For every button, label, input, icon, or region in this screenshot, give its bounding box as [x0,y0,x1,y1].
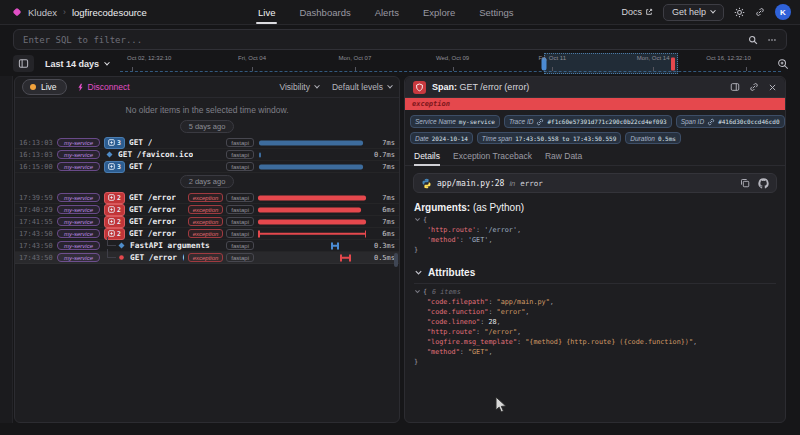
breadcrumb-org[interactable]: Kludex [28,7,57,18]
span-count-badge[interactable]: 3 [104,137,125,149]
docs-link[interactable]: Docs [621,7,653,17]
detail-tab-details[interactable]: Details [414,147,440,165]
span-error-icon [413,81,426,94]
sql-filter-input[interactable] [23,35,739,45]
duration-track [258,149,366,160]
tab-explore[interactable]: Explore [421,0,457,24]
trace-row[interactable]: 17:43:50my-serviceGET /error (error)exce… [15,252,399,264]
timeline-tick [552,67,553,71]
trace-row[interactable]: 17:43:50my-service2GET /errorexceptionfa… [15,228,399,240]
span-count-badge[interactable]: 2 [104,216,125,228]
close-icon[interactable] [768,83,777,92]
timeline[interactable]: Oct 02, 12:32:10Fri, Oct 04Mon, Oct 07We… [120,53,767,74]
trace-row[interactable]: 16:13:03my-service3GET /fastapi7ms [15,137,399,149]
python-icon [421,178,432,189]
meta-span-id[interactable]: Span ID#416d30c0ccd46cd0 [676,115,785,128]
time-range-dropdown[interactable]: Last 14 days [42,59,112,69]
meta-label: Span ID [681,118,705,125]
trace-row[interactable]: 17:41:55my-service2GET /errorexceptionfa… [15,216,399,228]
code-line: } [414,245,776,255]
collapse-chevron-icon[interactable] [414,288,421,295]
meta-label: Time span [482,135,512,142]
sql-filter-bar [13,29,787,50]
row-timestamp: 17:43:50 [19,230,53,238]
row-title: GET / [129,138,152,147]
sidebar-toggle-button[interactable] [13,55,34,72]
expand-icon [108,230,115,237]
tab-live[interactable]: Live [256,0,277,24]
tag-fastapi: fastapi [226,162,254,171]
timeline-tick [453,67,454,71]
row-timestamp: 16:15:00 [19,163,53,171]
visibility-dropdown[interactable]: Visibility [279,82,319,92]
row-timestamp: 17:43:50 [19,254,53,262]
span-count-badge[interactable]: 2 [104,204,125,216]
code-location-card: app/main.py:28 in error [413,173,777,193]
docs-label: Docs [621,7,642,17]
breadcrumb-project[interactable]: logfirecodesource [72,7,147,18]
span-count-badge[interactable]: 3 [104,161,125,173]
duration-bar [340,254,351,261]
duration-bar [259,140,363,145]
row-title: GET /error [129,217,176,226]
trace-panel-header-right: Visibility Default levels [279,82,392,92]
service-badge: my-service [57,217,100,226]
meta-value: 0.5ms [658,135,676,142]
collapse-chevron-icon[interactable] [414,216,421,223]
duration-bar [331,242,339,249]
github-icon[interactable] [758,178,769,189]
code-line: "code.lineno": 28, [414,317,776,327]
logfire-logo-icon [12,7,22,17]
share-link-icon[interactable] [755,7,765,17]
meta-value: 2024-10-14 [432,135,468,142]
meta-row: Service Namemy-serviceTrace ID#f1c60e573… [410,115,780,128]
copy-icon[interactable] [740,178,750,189]
avatar[interactable]: K [775,4,791,20]
timeline-tick [132,67,133,71]
row-duration: 0.7ms [370,151,395,159]
chevron-down-icon [414,268,423,277]
trace-row[interactable]: 17:40:29my-service2GET /errorexceptionfa… [15,204,399,216]
open-in-panel-icon[interactable] [730,82,740,92]
span-count-badge[interactable]: 2 [104,192,125,204]
copy-link-icon[interactable] [749,82,759,92]
service-badge: my-service [57,193,100,202]
time-range-bar: Last 14 days Oct 02, 12:32:10Fri, Oct 04… [13,53,787,74]
code-line: "http.route": "/error", [414,327,776,337]
tag-fastapi: fastapi [226,150,254,159]
more-options-icon[interactable] [767,35,777,45]
row-title: GET / [129,162,152,171]
tab-alerts[interactable]: Alerts [373,0,401,24]
row-tags: exceptionfastapi [188,205,254,214]
zoom-in-icon[interactable] [777,58,789,70]
tab-settings[interactable]: Settings [477,0,515,24]
duration-bar [258,230,366,237]
duration-track [258,204,366,215]
trace-list-scrollbar[interactable] [394,253,398,267]
disconnect-button[interactable]: Disconnect [77,82,130,92]
service-badge: my-service [57,138,100,147]
tab-dashboards[interactable]: Dashboards [297,0,352,24]
trace-row[interactable]: 16:15:00my-service3GET /fastapi7ms [15,161,399,173]
row-duration: 7ms [370,139,395,147]
service-badge: my-service [57,241,100,250]
trace-row[interactable]: 17:39:59my-service2GET /errorexceptionfa… [15,192,399,204]
default-levels-dropdown[interactable]: Default levels [332,82,392,92]
trace-row[interactable]: 17:43:50my-serviceFastAPI argumentsfasta… [15,240,399,252]
theme-toggle-icon[interactable] [734,7,745,18]
detail-tab-exception-traceback[interactable]: Exception Traceback [453,147,532,165]
get-help-button[interactable]: Get help [663,4,724,21]
live-button[interactable]: Live [22,79,67,95]
duration-bar [258,219,366,224]
search-icon[interactable] [748,35,758,45]
collapsed-side-rail[interactable] [0,76,13,423]
trace-row[interactable]: 16:13:03my-serviceGET /favicon.icofastap… [15,149,399,161]
meta-trace-id[interactable]: Trace ID#f1c60e57391d771c290c0b22cd4ef09… [504,115,672,128]
chevron-down-icon [710,8,716,14]
detail-tab-raw-data[interactable]: Raw Data [545,147,582,165]
timeline-tick [746,67,747,71]
duration-track [258,252,366,263]
attributes-heading[interactable]: Attributes [414,267,776,284]
timeline-tick-label: Wed, Oct 09 [436,55,469,61]
row-duration: 7ms [370,163,395,171]
